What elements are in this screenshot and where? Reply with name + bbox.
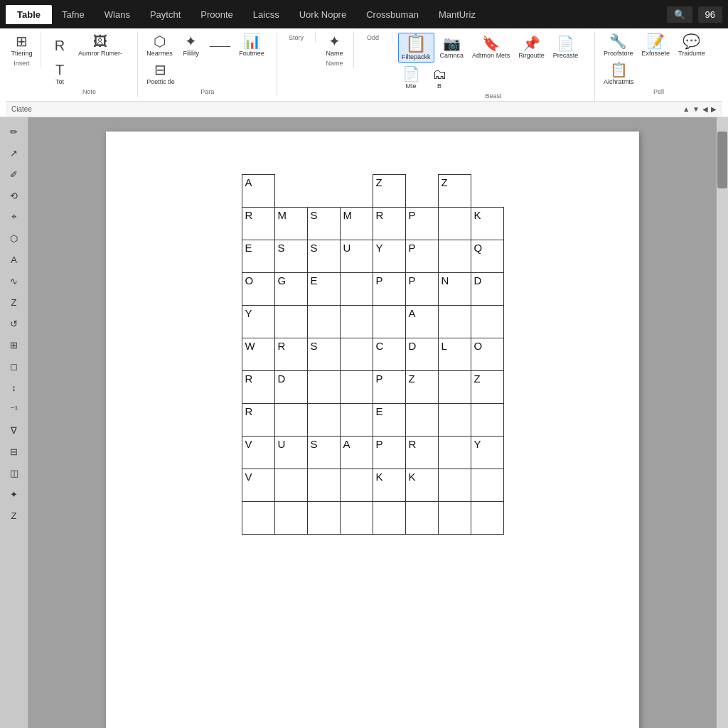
crossword-cell[interactable] bbox=[373, 306, 405, 338]
crossword-cell[interactable]: Y bbox=[471, 437, 503, 469]
crossword-cell[interactable]: M bbox=[340, 208, 373, 240]
filtepackk-icon[interactable]: 📋 Filtepackk bbox=[398, 33, 434, 63]
crossword-cell[interactable]: P bbox=[405, 208, 438, 240]
filility-icon[interactable]: ✦ Filility bbox=[178, 33, 204, 58]
crossword-cell[interactable]: D bbox=[405, 338, 438, 371]
proofstore-icon[interactable]: 🔧 Proofstore bbox=[601, 33, 636, 58]
crossword-cell[interactable] bbox=[274, 175, 307, 208]
mte-icon[interactable]: 📄 Mte bbox=[398, 65, 424, 91]
tab-tafne[interactable]: Tafne bbox=[52, 5, 95, 24]
tab-laicss[interactable]: Laicss bbox=[243, 5, 289, 24]
crossword-cell[interactable]: R bbox=[373, 208, 405, 240]
crossword-cell[interactable]: Z bbox=[373, 175, 405, 208]
crossword-cell[interactable] bbox=[471, 306, 503, 338]
traidume-icon[interactable]: 💬 Traidume bbox=[675, 33, 708, 58]
crossword-cell[interactable] bbox=[340, 306, 373, 338]
crossword-cell[interactable] bbox=[274, 404, 307, 437]
crossword-cell[interactable] bbox=[438, 371, 471, 404]
crossword-cell[interactable] bbox=[307, 371, 340, 404]
crossword-cell[interactable]: S bbox=[307, 240, 340, 273]
dashes-icon[interactable]: –—– bbox=[207, 39, 234, 52]
crossword-cell[interactable]: W bbox=[242, 338, 274, 371]
tool-star[interactable]: ✦ bbox=[4, 486, 24, 503]
crossword-cell[interactable]: R bbox=[405, 437, 438, 469]
crossword-cell[interactable]: P bbox=[373, 273, 405, 306]
crossword-cell[interactable]: E bbox=[373, 404, 405, 437]
canvas-area[interactable]: AZZRMSMRPKESSUYPQOGEPPNDYAWRSCDLORDPZZRE… bbox=[28, 117, 717, 728]
crossword-cell[interactable] bbox=[274, 502, 307, 535]
crossword-cell[interactable] bbox=[471, 404, 503, 437]
crossword-cell[interactable] bbox=[307, 469, 340, 502]
crossword-cell[interactable]: S bbox=[307, 437, 340, 469]
foutmee-icon[interactable]: 📊 Foutmee bbox=[236, 33, 267, 58]
tool-split[interactable]: ◫ bbox=[4, 464, 24, 481]
exfossete-icon[interactable]: 📝 Exfossete bbox=[638, 33, 673, 58]
crossword-cell[interactable]: C bbox=[373, 338, 405, 371]
crossword-cell[interactable]: O bbox=[471, 338, 503, 371]
tool-minus[interactable]: ⊟ bbox=[4, 443, 24, 460]
crossword-cell[interactable]: A bbox=[242, 175, 274, 208]
crossword-cell[interactable]: U bbox=[340, 240, 373, 273]
crossword-cell[interactable] bbox=[274, 469, 307, 502]
crossword-cell[interactable] bbox=[471, 175, 503, 208]
tool-invert[interactable]: ⁻¹ bbox=[4, 400, 24, 417]
crossword-cell[interactable] bbox=[340, 502, 373, 535]
crossword-cell[interactable]: L bbox=[438, 338, 471, 371]
camnca-icon[interactable]: 📷 Camnca bbox=[437, 35, 467, 60]
crossword-cell[interactable]: P bbox=[373, 437, 405, 469]
tab-uork-nopre[interactable]: Uork Nopre bbox=[289, 5, 356, 24]
crossword-cell[interactable]: E bbox=[242, 240, 274, 273]
crossword-cell[interactable]: N bbox=[438, 273, 471, 306]
precaste-icon[interactable]: 📄 Precaste bbox=[550, 35, 582, 60]
nearmes-icon[interactable]: ⬡ Nearmes bbox=[144, 33, 176, 58]
tab-wlans[interactable]: Wlans bbox=[95, 5, 140, 24]
tool-undo[interactable]: ⟲ bbox=[4, 187, 24, 204]
crossword-cell[interactable]: R bbox=[242, 371, 274, 404]
tool-grid[interactable]: ⊞ bbox=[4, 336, 24, 353]
crossword-cell[interactable] bbox=[307, 306, 340, 338]
tool-edit[interactable]: ✏ bbox=[4, 123, 24, 140]
crossword-cell[interactable]: V bbox=[242, 437, 274, 469]
tool-z2[interactable]: Z bbox=[4, 507, 24, 524]
scrollbar-thumb[interactable] bbox=[717, 132, 727, 188]
crossword-cell[interactable]: Y bbox=[373, 240, 405, 273]
rirgoutte-icon[interactable]: 📌 Rirgoutte bbox=[515, 35, 547, 60]
tool-rect[interactable]: ◻ bbox=[4, 358, 24, 375]
crossword-cell[interactable]: R bbox=[274, 338, 307, 371]
adtmon-mets-icon[interactable]: 🔖 Adtmon Mets bbox=[469, 35, 513, 60]
search-button[interactable]: 🔍 bbox=[667, 6, 692, 23]
crossword-cell[interactable] bbox=[405, 175, 438, 208]
crossword-cell[interactable]: P bbox=[373, 371, 405, 404]
right-scrollbar[interactable] bbox=[717, 117, 728, 728]
crossword-cell[interactable]: R bbox=[242, 208, 274, 240]
crossword-cell[interactable] bbox=[340, 371, 373, 404]
crossword-cell[interactable] bbox=[274, 306, 307, 338]
crossword-cell[interactable] bbox=[373, 502, 405, 535]
tab-paytcht[interactable]: Paytcht bbox=[140, 5, 191, 24]
poettic-tle-icon[interactable]: ⊟ Poettic tle bbox=[144, 61, 178, 87]
crossword-cell[interactable] bbox=[405, 502, 438, 535]
crossword-cell[interactable]: P bbox=[405, 240, 438, 273]
tab-proonte[interactable]: Proonte bbox=[191, 5, 243, 24]
crossword-cell[interactable]: A bbox=[340, 437, 373, 469]
crossword-cell[interactable] bbox=[438, 208, 471, 240]
crossword-cell[interactable] bbox=[340, 175, 373, 208]
b-icon[interactable]: 🗂 B bbox=[427, 65, 452, 91]
crossword-cell[interactable]: Z bbox=[471, 371, 503, 404]
tool-pen[interactable]: ✐ bbox=[4, 166, 24, 183]
crossword-cell[interactable] bbox=[438, 469, 471, 502]
tab-table[interactable]: Table bbox=[6, 5, 52, 24]
crossword-cell[interactable]: E bbox=[307, 273, 340, 306]
crossword-cell[interactable]: Z bbox=[405, 371, 438, 404]
tool-target[interactable]: ⌖ bbox=[4, 208, 24, 225]
crossword-cell[interactable]: U bbox=[274, 437, 307, 469]
crossword-cell[interactable] bbox=[438, 437, 471, 469]
crossword-cell[interactable]: D bbox=[274, 371, 307, 404]
crossword-cell[interactable] bbox=[438, 404, 471, 437]
crossword-cell[interactable] bbox=[242, 502, 274, 535]
crossword-cell[interactable] bbox=[438, 240, 471, 273]
tool-shape[interactable]: ⬡ bbox=[4, 230, 24, 247]
crossword-cell[interactable]: S bbox=[307, 338, 340, 371]
crossword-cell[interactable] bbox=[307, 502, 340, 535]
crossword-cell[interactable]: K bbox=[471, 208, 503, 240]
